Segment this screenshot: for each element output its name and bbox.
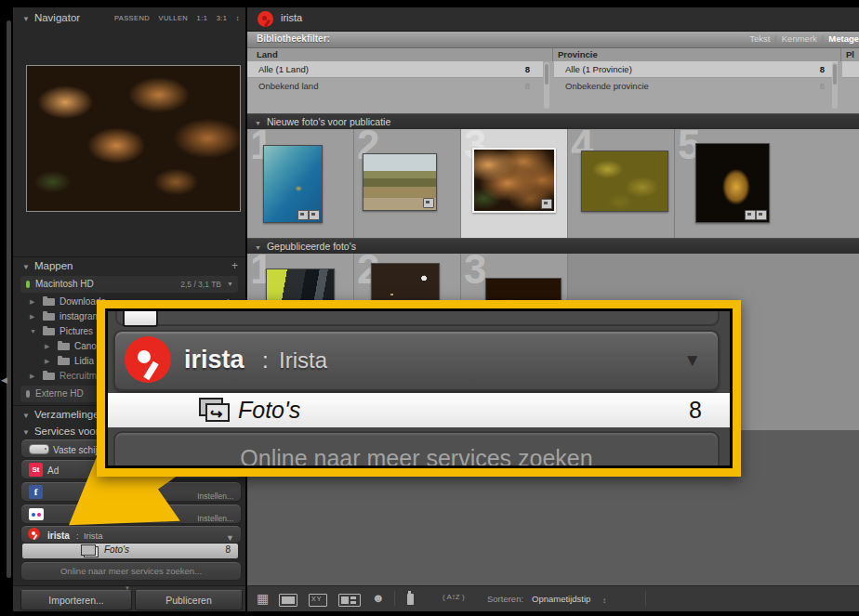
expand-arrow-icon[interactable]: ▶: [30, 295, 34, 309]
grid-cell-4[interactable]: 4: [568, 129, 675, 238]
callout-irista-row[interactable]: irista : Irista ▼: [113, 330, 720, 391]
volume-disclosure-icon[interactable]: ▼: [227, 276, 233, 293]
zoom-vullen[interactable]: VULLEN: [159, 14, 189, 22]
navigator-title: Navigator: [34, 12, 80, 23]
tab-metagegevens[interactable]: Metage: [828, 33, 859, 44]
disclosure-triangle-icon: ▼: [22, 15, 30, 23]
develop-badge-icon[interactable]: [541, 199, 552, 209]
photo-thumbnail-autumn-selected[interactable]: [472, 148, 556, 213]
service-label: Vaste schijf: [53, 445, 99, 455]
navigator-preview-image[interactable]: [26, 65, 241, 212]
irista-logo-icon: [125, 336, 171, 383]
filter-row-count: 8: [820, 78, 825, 94]
survey-view-icon[interactable]: [338, 594, 361, 607]
column-header-plaats[interactable]: Pl: [846, 48, 854, 61]
navigator-header[interactable]: ▼Navigator PASSEND VULLEN 1:1 3:1 ↕: [13, 9, 245, 27]
publish-button[interactable]: Publiceren: [135, 590, 243, 610]
service-row-irista[interactable]: irista : Irista ▼: [20, 525, 242, 544]
filter-row-label: Alle (1 Land): [258, 64, 309, 74]
grid-cell-3-selected[interactable]: 3: [461, 129, 568, 238]
provincie-column-scrollbar[interactable]: [832, 62, 838, 109]
adobe-stock-icon: St: [29, 463, 43, 477]
expand-arrow-icon[interactable]: ▶: [30, 369, 34, 384]
facebook-icon: f: [29, 485, 43, 499]
filter-column-headers: Land Provincie Pl: [247, 48, 859, 62]
loupe-view-icon[interactable]: [279, 594, 297, 607]
tab-kenmerk[interactable]: Kenmerk: [782, 33, 817, 44]
left-panel-scrollbar[interactable]: [7, 20, 11, 578]
expand-arrow-icon[interactable]: ▶: [30, 309, 34, 324]
zoom-passend[interactable]: PASSEND: [114, 14, 150, 22]
grid-view-icon[interactable]: ▦: [257, 592, 269, 605]
photo-thumbnail-landscape[interactable]: [363, 153, 437, 211]
chevron-down-icon[interactable]: ▼: [683, 350, 701, 371]
callout-partial-top-row: [115, 311, 720, 326]
filter-row-alle-provincie[interactable]: Alle (1 Provincie) 8: [554, 61, 838, 78]
left-footer: ▼ Importeren... Publiceren: [13, 585, 245, 611]
compare-view-icon[interactable]: XY: [309, 594, 327, 607]
disclosure-triangle-icon: ▼: [22, 428, 30, 437]
folders-header[interactable]: ▼Mappen +: [13, 257, 245, 275]
photo-thumbnail-foliage[interactable]: [581, 151, 668, 212]
folder-icon: [43, 298, 55, 306]
add-folder-button[interactable]: +: [231, 257, 238, 275]
callout-content: irista : Irista ▼ ↪ Foto's 8 Online naar…: [108, 311, 730, 465]
filter-row-label: Onbekend land: [258, 81, 318, 91]
sort-direction-icon[interactable]: ↕: [602, 595, 606, 608]
folder-icon: [43, 313, 55, 321]
sort-az-icon[interactable]: ( A↕Z ): [443, 593, 465, 601]
tab-separator: |: [774, 33, 776, 44]
irista-logo-icon: [28, 528, 40, 540]
grid-cell-1[interactable]: 1: [247, 129, 354, 238]
photo-thumbnail-blue-leaf[interactable]: [263, 145, 323, 223]
irista-logo-icon: [258, 11, 273, 27]
photos-stack-icon: [84, 546, 99, 557]
collection-badge-icon[interactable]: [745, 210, 756, 220]
irista-name: irista: [47, 531, 70, 541]
tab-tekst[interactable]: Tekst: [749, 33, 770, 44]
develop-badge-icon[interactable]: [756, 210, 767, 220]
section-header-published-photos[interactable]: ▼Gepubliceerde foto's: [247, 238, 859, 255]
collapse-arrow-icon[interactable]: ▼: [30, 324, 36, 339]
irista-service: Irista: [279, 347, 327, 374]
collection-badge-icon[interactable]: [297, 210, 309, 220]
find-more-services-button[interactable]: Online naar meer services zoeken...: [20, 561, 242, 581]
collapse-left-panel-icon[interactable]: ◀: [1, 375, 7, 385]
filter-rows-area: Alle (1 Land) 8 Onbekend land 8 Alle (1 …: [247, 61, 859, 118]
zoom-more-icon[interactable]: ↕: [236, 14, 240, 22]
expand-arrow-icon[interactable]: ▶: [45, 354, 49, 369]
album-label: Foto's: [238, 397, 300, 424]
navigator-zoom-controls: PASSEND VULLEN 1:1 3:1 ↕: [108, 9, 240, 27]
filter-row-onbekend-land[interactable]: Onbekend land 8: [247, 78, 543, 94]
section-header-new-photos[interactable]: ▼Nieuwe foto's voor publicatie: [247, 113, 859, 130]
zoom-1-1[interactable]: 1:1: [197, 14, 208, 22]
cell-index: 3: [464, 246, 486, 293]
folder-icon: [43, 328, 55, 335]
filter-row-alle-land[interactable]: Alle (1 Land) 8: [247, 61, 543, 78]
volume-row-macintosh[interactable]: Macintosh HD 2,5 / 3,1 TB ▼: [20, 276, 238, 293]
folder-label: Recruitme: [59, 371, 102, 381]
people-view-icon[interactable]: ☻: [372, 592, 385, 605]
column-header-provincie[interactable]: Provincie: [558, 48, 598, 61]
service-settings-link[interactable]: Instellen...: [197, 487, 233, 505]
album-count: 8: [689, 397, 702, 424]
photo-thumbnail-gold-leaf[interactable]: [695, 143, 770, 223]
filter-row-plaats-sliver[interactable]: [842, 61, 859, 78]
filter-row-onbekende-provincie[interactable]: Onbekende provincie 8: [554, 78, 838, 94]
spray-can-icon[interactable]: [407, 594, 414, 605]
develop-badge-icon[interactable]: [309, 210, 320, 220]
import-button[interactable]: Importeren...: [20, 590, 132, 610]
land-column-scrollbar[interactable]: [544, 62, 549, 109]
filter-tabs: Tekst|Kenmerk|Metage: [749, 33, 859, 44]
callout-fotos-row[interactable]: ↪ Foto's 8: [108, 393, 730, 427]
album-count: 8: [225, 544, 231, 555]
grid-cell-5[interactable]: 5: [675, 129, 781, 238]
sort-value[interactable]: Opnametijdstip: [532, 594, 590, 604]
grid-cell-2[interactable]: 2: [354, 129, 461, 238]
expand-arrow-icon[interactable]: ▶: [45, 339, 49, 354]
column-header-land[interactable]: Land: [257, 48, 278, 61]
callout-find-more-row[interactable]: Online naar meer services zoeken: [113, 431, 720, 465]
develop-badge-icon[interactable]: [423, 198, 434, 208]
album-row-fotos[interactable]: Foto's 8: [22, 544, 238, 558]
zoom-3-1[interactable]: 3:1: [217, 14, 228, 22]
